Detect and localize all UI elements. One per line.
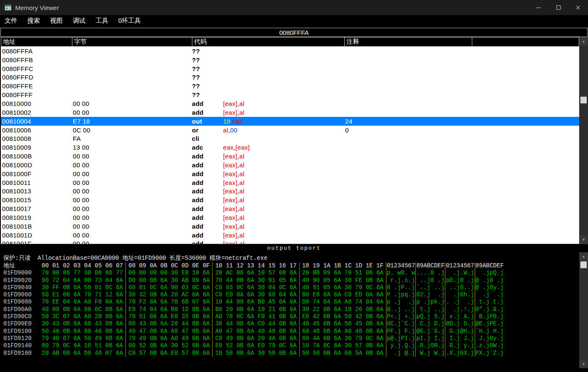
scroll-up-arrow[interactable]: ▲ xyxy=(579,37,588,45)
hex-body[interactable]: 01FD900070 00 86 77 30 08 86 7700 00 00 … xyxy=(3,269,579,357)
row-code: ?? xyxy=(192,56,344,63)
row-address: 0080FFFD xyxy=(1,74,72,81)
hex-row[interactable]: 01FD912070 40 07 6A 50 49 0B 6A70 49 0B … xyxy=(3,335,579,342)
disasm-body[interactable]: 0080FFFA??0080FFFB??0080FFFC??0080FFFD??… xyxy=(1,47,579,244)
disasm-row[interactable]: 0081000B00 00add[eax],al xyxy=(1,152,579,161)
hex-row[interactable]: 01FD90E030 43 0B 6A 60 43 0B 6A80 43 0B … xyxy=(3,320,579,327)
column-header-3[interactable]: 注释 xyxy=(345,37,472,46)
row-code: ?? xyxy=(192,91,344,98)
hex-byte-group: 40 91 05 6A 30 79 0C 6A xyxy=(300,284,386,291)
disasm-scrollbar[interactable]: ▲ ▼ xyxy=(579,37,588,244)
disasm-row[interactable]: 008100060C 00oral,000 xyxy=(1,126,579,135)
disasm-row[interactable]: 0081000200 00add[eax],al xyxy=(1,108,579,117)
hex-row[interactable]: 01FD90C050 3C 07 6A A0 2B 0B 6A70 51 06 … xyxy=(3,313,579,320)
menu-bar: 文件搜索视图调试工具0环工具 xyxy=(0,15,588,26)
scroll-up-arrow[interactable]: ▲ xyxy=(579,252,588,261)
disasm-row[interactable]: 0081000000 00add[eax],al xyxy=(1,99,579,108)
column-header-2[interactable]: 代码 xyxy=(192,37,345,46)
hex-row[interactable]: 01FD910050 46 0B 6A 80 46 0B 6A40 47 0B … xyxy=(3,328,579,335)
row-code: ?? xyxy=(192,65,344,72)
hex-byte-group: 40 09 0B 6A 90 0C 0B 6A xyxy=(39,306,126,313)
row-code: add[eax],al xyxy=(192,214,344,221)
disasm-row[interactable]: 0081001700 00add[eax],al xyxy=(1,204,579,213)
hex-scrollbar[interactable]: ▲ ▼ xyxy=(579,252,588,368)
disasm-row[interactable]: 0080FFFD?? xyxy=(1,73,579,82)
hex-ascii-group: 0C.j`C.j xyxy=(386,320,416,327)
app-icon xyxy=(5,5,11,11)
scroll-track[interactable] xyxy=(579,261,588,360)
row-mnemonic: add xyxy=(192,153,223,160)
disasm-row[interactable]: 0081000913 00adceax,[eax] xyxy=(1,143,579,152)
hex-row[interactable]: 01FD904030 FF 0B 6A 50 01 0C 6A60 01 0C … xyxy=(3,284,579,291)
disasm-row[interactable]: 0081001900 00add[eax],al xyxy=(1,213,579,222)
hex-byte-group: 90 72 04 6A 00 73 04 6A xyxy=(39,277,126,284)
scroll-track[interactable] xyxy=(579,45,588,235)
row-code: add[eax],al xyxy=(192,187,344,195)
address-header-bar: 0080FFFA xyxy=(0,28,588,37)
hex-row[interactable]: 01FD90A040 09 0B 6A 90 0C 0B 6AE0 74 04 … xyxy=(3,306,579,313)
hex-ascii-group: .X.j0X.j xyxy=(445,350,475,357)
row-operands: [eax],al xyxy=(223,153,245,160)
row-bytes: 13 00 xyxy=(72,144,192,151)
disasm-row[interactable]: 0081001300 00add[eax],al xyxy=(1,187,579,196)
row-bytes: 00 00 xyxy=(72,161,192,169)
disasm-row[interactable]: 0080FFFE?? xyxy=(1,82,579,90)
disasm-row[interactable]: 0081001B00 00add[eax],al xyxy=(1,222,579,231)
hex-row[interactable]: 01FD914080 79 0C 6A 10 51 0B 6A00 52 0B … xyxy=(3,342,579,349)
row-address: 00810004 xyxy=(1,118,72,125)
row-code: add[eax],al xyxy=(192,161,344,169)
close-button[interactable] xyxy=(568,0,588,15)
row-code: ?? xyxy=(192,74,344,81)
row-code: add[eax],al xyxy=(192,240,344,244)
hex-ascii-group: 0D.j D.j xyxy=(445,320,475,327)
output-separator-bar[interactable]: output toport xyxy=(0,244,588,252)
row-mnemonic: ?? xyxy=(192,47,223,55)
hex-byte-group: 30 44 0B 6A C0 44 0B 6A xyxy=(213,320,299,327)
menu-item-0[interactable]: 文件 xyxy=(1,17,21,25)
disasm-row[interactable]: 0080FFFC?? xyxy=(1,64,579,73)
column-header-4[interactable] xyxy=(472,37,579,46)
hex-row[interactable]: 01FD916020 AB 08 6A D0 40 07 6AC0 57 0B … xyxy=(3,350,579,357)
disasm-row[interactable]: 0080FFFA?? xyxy=(1,47,579,55)
column-header-1[interactable]: 字节 xyxy=(72,37,192,46)
row-operands: [eax],al xyxy=(223,240,245,244)
disasm-row[interactable]: 0081001100 00add[eax],al xyxy=(1,178,579,187)
hex-ascii-group: pD.j0 .j xyxy=(445,277,475,284)
hex-row[interactable]: 01FD906050 E1 06 6A 70 71 12 6A30 32 0B … xyxy=(3,291,579,298)
hex-row[interactable]: 01FD900070 00 86 77 30 08 86 7700 00 00 … xyxy=(3,269,579,277)
hex-row[interactable]: 01FD908070 EE 04 6A A0 F0 0A 6A70 F2 0A … xyxy=(3,298,579,306)
hex-row[interactable]: 01FD902090 72 04 6A 00 73 04 6AD0 08 0B … xyxy=(3,277,579,284)
disasm-row[interactable]: 0081000F00 00add[eax],al xyxy=(1,169,579,178)
hex-byte-group: 30 43 0B 6A 60 43 0B 6A xyxy=(39,320,126,327)
disasm-row[interactable]: 0080FFFB?? xyxy=(1,55,579,64)
minimize-button[interactable] xyxy=(529,0,548,15)
menu-item-5[interactable]: 0环工具 xyxy=(114,17,144,25)
disasm-row[interactable]: 0081001500 00add[eax],al xyxy=(1,195,579,204)
scroll-down-arrow[interactable]: ▼ xyxy=(579,235,588,244)
menu-item-1[interactable]: 搜索 xyxy=(24,17,44,25)
window-title: Memory Viewer xyxy=(15,4,59,11)
row-address: 0081001F xyxy=(1,240,72,244)
disassembly-main: 地址字节代码注释 0080FFFA??0080FFFB??0080FFFC??0… xyxy=(1,37,579,244)
disasm-row[interactable]: 0081001D00 00add[eax],al xyxy=(1,231,579,240)
disasm-row[interactable]: 0081000D00 00add[eax],al xyxy=(1,161,579,169)
hex-byte-group: 10 7A 0C 6A 30 57 0B 6A xyxy=(300,342,386,349)
menu-item-2[interactable]: 视图 xyxy=(46,17,67,25)
title-bar[interactable]: Memory Viewer xyxy=(0,0,588,15)
disasm-row-selected[interactable]: 00810004E7 18out18,eax24 xyxy=(1,117,579,126)
scroll-thumb[interactable] xyxy=(580,97,587,103)
menu-item-4[interactable]: 工具 xyxy=(92,17,112,25)
menu-item-3[interactable]: 调试 xyxy=(69,17,89,25)
scroll-thumb[interactable] xyxy=(580,261,587,268)
scroll-down-arrow[interactable]: ▼ xyxy=(579,360,588,368)
hex-ascii-group: PX.j`Z.j xyxy=(475,350,504,357)
row-address: 00810008 xyxy=(1,135,72,142)
maximize-button[interactable] xyxy=(548,0,568,15)
disasm-row[interactable]: 0080FFFF?? xyxy=(1,90,579,99)
hex-ascii-group: pQ.j 5.j xyxy=(416,313,445,320)
row-operands: [eax],al xyxy=(223,161,245,169)
column-header-0[interactable]: 地址 xyxy=(1,37,72,46)
disasm-row[interactable]: 00810008FAcli xyxy=(1,134,579,143)
row-mnemonic: add xyxy=(192,179,223,186)
disasm-row[interactable]: 0081001F00 00add[eax],al xyxy=(1,240,579,244)
